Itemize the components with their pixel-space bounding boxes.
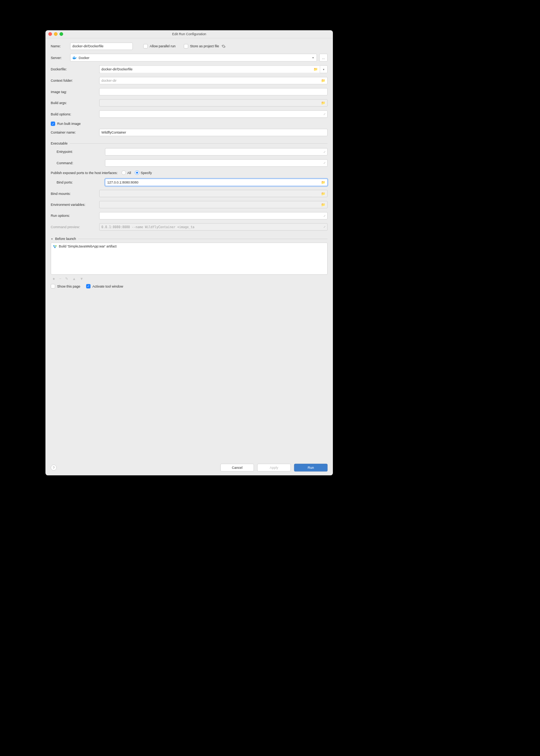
svg-rect-6 (55, 245, 57, 246)
build-args-input[interactable]: 📁 (99, 99, 328, 106)
dockerfile-label: Dockerfile: (51, 67, 97, 71)
activate-tool-window-checkbox[interactable]: ✓ Activate tool window (86, 284, 123, 289)
run-built-image-checkbox[interactable]: ✓ Run built image (51, 121, 81, 126)
bind-mounts-input[interactable]: 📁 (99, 190, 328, 197)
folder-icon[interactable]: 📁 (321, 101, 325, 105)
before-launch-list[interactable]: Build 'SimpleJavaWebApp:war' artifact (51, 243, 328, 274)
svg-rect-1 (73, 57, 74, 58)
allow-parallel-run-checkbox[interactable]: Allow parallel run (144, 44, 176, 48)
folder-icon[interactable]: 📁 (321, 203, 325, 207)
bind-ports-input[interactable]: 127.0.0.1:8080:8080 📁 (105, 179, 328, 186)
server-selected-value: Docker (79, 56, 89, 59)
command-preview-output: 0.0.1:8080:8080 --name WildflyContainer … (99, 223, 328, 230)
command-preview-label: Command preview: (51, 225, 97, 229)
allow-parallel-run-label: Allow parallel run (150, 44, 175, 48)
zoom-window-button[interactable] (59, 32, 63, 36)
env-vars-input[interactable]: 📁 (99, 201, 328, 208)
svg-rect-4 (74, 56, 75, 57)
image-tag-input[interactable] (99, 88, 328, 95)
container-name-input[interactable]: WildflyContainer (99, 129, 328, 136)
move-up-button[interactable]: ▲ (72, 277, 76, 281)
image-tag-label: Image tag: (51, 90, 97, 93)
store-as-project-file-label: Store as project file (190, 44, 219, 48)
entrypoint-input[interactable]: ⤢ (105, 148, 328, 156)
bind-mounts-label: Bind mounts: (51, 191, 97, 195)
env-vars-label: Environment variables: (51, 203, 97, 207)
publish-specify-radio[interactable]: Specify (135, 171, 152, 175)
server-more-button[interactable]: ... (319, 54, 328, 61)
list-item[interactable]: Build 'SimpleJavaWebApp:war' artifact (51, 243, 328, 250)
chevron-down-icon: ▼ (51, 238, 53, 240)
name-input[interactable] (70, 43, 133, 50)
run-options-input[interactable]: ⤢ (99, 212, 328, 219)
publish-all-radio[interactable]: All (122, 171, 131, 175)
executable-section-header: Executable (51, 142, 328, 145)
build-args-label: Build args: (51, 101, 97, 105)
titlebar: Edit Run Configuration (45, 30, 333, 38)
dialog-window: Edit Run Configuration Name: Allow paral… (45, 30, 333, 475)
folder-icon[interactable]: 📁 (321, 180, 325, 184)
context-folder-label: Context folder: (51, 79, 97, 82)
expand-icon[interactable]: ⤢ (323, 112, 325, 115)
name-label: Name: (51, 44, 68, 48)
artifact-icon (53, 244, 57, 248)
remove-button[interactable]: − (59, 277, 61, 281)
run-button[interactable]: Run (294, 464, 328, 471)
server-select[interactable]: Docker ▼ (70, 54, 317, 61)
svg-rect-5 (53, 245, 55, 246)
add-button[interactable]: ＋ (52, 277, 56, 281)
context-folder-input[interactable]: docker-dir 📁 (99, 77, 328, 84)
folder-icon[interactable]: 📁 (321, 191, 325, 195)
expand-icon[interactable]: ⤢ (323, 214, 325, 217)
show-this-page-checkbox[interactable]: Show this page (51, 284, 80, 289)
edit-button[interactable]: ✎ (65, 277, 68, 281)
folder-icon[interactable]: 📁 (321, 79, 325, 82)
move-down-button[interactable]: ▼ (80, 277, 84, 281)
help-button[interactable]: ? (51, 465, 56, 470)
svg-rect-7 (54, 247, 56, 248)
build-options-label: Build options: (51, 112, 97, 116)
bind-ports-label: Bind ports: (51, 180, 103, 184)
docker-icon (72, 56, 77, 59)
before-launch-header[interactable]: ▼ Before launch (51, 237, 328, 241)
gear-icon[interactable] (222, 44, 226, 48)
dockerfile-dropdown-button[interactable]: ▼ (320, 65, 327, 73)
expand-icon[interactable]: ⤢ (323, 162, 325, 165)
expand-icon[interactable]: ⤢ (323, 150, 325, 153)
close-window-button[interactable] (48, 32, 52, 36)
svg-rect-0 (73, 57, 73, 58)
entrypoint-label: Entrypoint: (51, 150, 103, 154)
store-as-project-file-checkbox[interactable]: Store as project file (184, 44, 219, 48)
command-input[interactable]: ⤢ (105, 159, 328, 166)
cancel-button[interactable]: Cancel (220, 464, 254, 471)
folder-icon[interactable]: 📁 (314, 67, 318, 71)
svg-rect-2 (74, 57, 75, 58)
dialog-title: Edit Run Configuration (45, 32, 333, 36)
minimize-window-button[interactable] (54, 32, 58, 36)
dockerfile-input[interactable]: docker-dir/Dockerfile 📁 (99, 65, 320, 73)
build-options-input[interactable]: ⤢ (99, 110, 328, 118)
chevron-down-icon: ▼ (312, 56, 314, 59)
command-label: Command: (51, 161, 103, 165)
svg-rect-3 (73, 56, 74, 57)
run-built-image-label: Run built image (57, 122, 81, 126)
container-name-label: Container name: (51, 131, 97, 134)
run-options-label: Run options: (51, 214, 97, 218)
server-label: Server: (51, 56, 68, 59)
apply-button[interactable]: Apply (257, 464, 290, 471)
expand-icon[interactable]: ⤢ (323, 226, 325, 229)
publish-label: Publish exposed ports to the host interf… (51, 171, 117, 174)
